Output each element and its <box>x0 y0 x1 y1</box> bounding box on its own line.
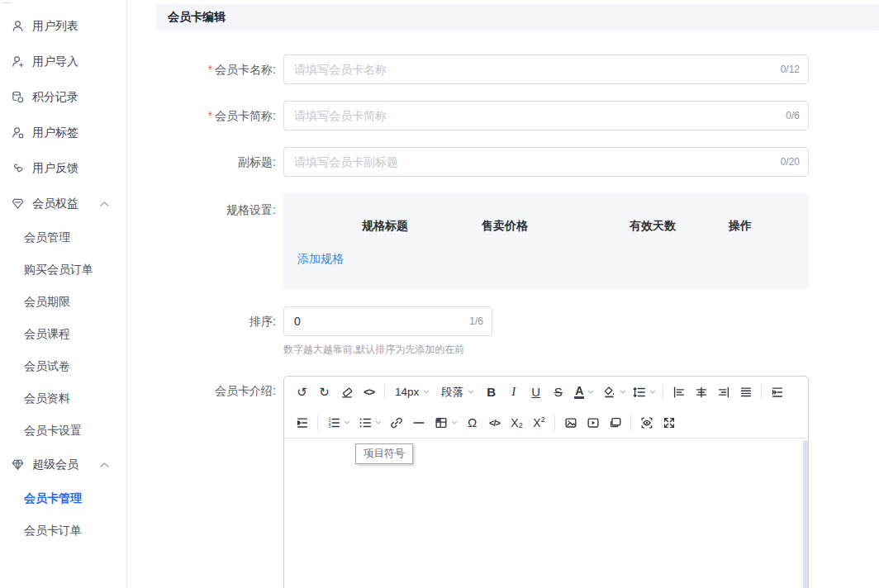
chevron-down-icon <box>344 420 350 424</box>
chevron-down-icon <box>620 390 626 394</box>
insert-image-button[interactable] <box>559 412 582 434</box>
sidebar-item-member-card-order[interactable]: 会员卡订单 <box>0 514 126 547</box>
subtitle-input[interactable] <box>284 148 808 176</box>
card-short-name-field: 0/6 <box>283 101 809 130</box>
editor-scrollbar[interactable] <box>803 440 808 588</box>
align-left-button[interactable] <box>668 382 690 403</box>
link-button[interactable] <box>385 412 407 434</box>
italic-button[interactable]: I <box>502 382 525 403</box>
subscript-button[interactable]: X2 <box>506 412 528 434</box>
member-benefit-icon <box>11 197 25 211</box>
table-button[interactable] <box>430 412 461 434</box>
form-row-sort: 排序: 1/6 数字越大越靠前,默认排序为先添加的在前 <box>128 306 492 357</box>
sidebar-item-member-exam[interactable]: 会员试卷 <box>0 350 126 382</box>
user-import-icon <box>11 55 25 69</box>
sidebar-item-member-course[interactable]: 会员课程 <box>0 318 126 350</box>
background-color-button[interactable] <box>599 382 629 403</box>
code-sample-button[interactable]: </> <box>483 412 506 434</box>
sort-input[interactable] <box>284 307 492 335</box>
redo-button[interactable]: ↻ <box>313 382 335 403</box>
bullet-list-button[interactable] <box>354 412 385 434</box>
bullet-list-tooltip: 项目符号 <box>355 443 413 464</box>
user-icon <box>11 19 25 33</box>
sidebar-item-member-card-manage[interactable]: 会员卡管理 <box>0 482 126 514</box>
text-color-button[interactable]: A <box>569 382 599 403</box>
align-center-icon <box>694 385 709 400</box>
svg-text:3: 3 <box>328 424 330 429</box>
preview-button[interactable] <box>635 412 658 434</box>
chevron-down-icon <box>375 420 382 424</box>
sidebar-item-member-manage[interactable]: 会员管理 <box>0 221 126 254</box>
chevron-down-icon <box>587 390 594 394</box>
duplicate-button[interactable] <box>604 412 626 434</box>
strikethrough-icon: S <box>554 385 563 399</box>
sidebar-item-member-period[interactable]: 会员期限 <box>0 286 126 318</box>
sidebar-item-label: 用户导入 <box>32 55 78 69</box>
char-counter: 1/6 <box>469 307 483 335</box>
background-color-icon <box>602 385 616 399</box>
remove-format-button[interactable] <box>335 382 358 403</box>
add-spec-link[interactable]: 添加规格 <box>297 252 344 267</box>
spec-column-action: 操作 <box>729 219 752 234</box>
chevron-down-icon <box>649 390 656 394</box>
sidebar-item-label: 用户列表 <box>32 19 78 34</box>
align-justify-button[interactable] <box>734 382 757 403</box>
undo-button[interactable]: ↺ <box>291 382 313 403</box>
font-size-select[interactable]: 14px <box>389 382 435 403</box>
sidebar-group-member-benefit[interactable]: 会员权益 <box>0 186 126 221</box>
toolbar-divider <box>554 415 555 430</box>
card-short-name-input[interactable] <box>284 102 808 130</box>
indent-button[interactable] <box>766 382 788 403</box>
horizontal-rule-button[interactable] <box>407 412 430 434</box>
link-icon <box>389 415 404 430</box>
line-height-button[interactable] <box>629 382 658 403</box>
horizontal-rule-icon <box>411 415 426 430</box>
outdent-button[interactable] <box>291 412 313 434</box>
card-name-field: 0/12 <box>283 55 809 84</box>
align-right-button[interactable] <box>712 382 734 403</box>
sidebar-menu: 用户列表 用户导入 积分记录 用户标签 用户反馈 会员权益 会员管理 购买会员订… <box>0 0 126 547</box>
field-label: 排序: <box>128 306 283 357</box>
fullscreen-button[interactable] <box>658 412 680 434</box>
sidebar-item-member-card-setting[interactable]: 会员卡设置 <box>0 415 126 447</box>
field-label: 副标题: <box>128 147 283 177</box>
editor-toolbar-row-2: 123 Ω </> X2 X2 <box>284 407 808 439</box>
sidebar-item-user-import[interactable]: 用户导入 <box>0 44 126 79</box>
align-center-button[interactable] <box>690 382 712 403</box>
bold-button[interactable]: B <box>480 382 502 403</box>
redo-icon: ↻ <box>319 386 330 398</box>
image-icon <box>563 415 578 430</box>
sidebar-item-label: 积分记录 <box>32 90 78 105</box>
underline-button[interactable]: U <box>525 382 547 403</box>
sidebar-item-user-list[interactable]: 用户列表 <box>0 8 126 44</box>
special-char-button[interactable]: Ω <box>461 412 483 434</box>
ordered-list-button[interactable]: 123 <box>322 412 354 434</box>
insert-media-button[interactable] <box>582 412 604 434</box>
superscript-button[interactable]: X2 <box>528 412 550 434</box>
align-left-icon <box>672 385 687 400</box>
editor-content-area[interactable]: 项目符号 <box>284 439 808 588</box>
bold-icon: B <box>487 385 496 399</box>
sidebar-item-member-material[interactable]: 会员资料 <box>0 382 126 415</box>
sidebar-item-points-record[interactable]: 积分记录 <box>0 79 126 115</box>
chevron-down-icon <box>468 390 474 394</box>
ordered-list-icon: 123 <box>326 415 341 430</box>
main-content: 会员卡编辑 *会员卡名称: 0/12 *会员卡简称: 0/6 副标题: 0/20… <box>128 0 879 588</box>
chevron-up-icon <box>100 202 109 206</box>
duplicate-icon <box>608 415 623 430</box>
card-name-input[interactable] <box>284 55 808 83</box>
code-sample-icon: </> <box>489 418 500 428</box>
toolbar-divider <box>663 384 663 400</box>
sidebar-group-super-member[interactable]: 超级会员 <box>0 447 126 482</box>
block-format-select[interactable]: 段落 <box>435 382 480 403</box>
spec-column-days: 有效天数 <box>630 219 676 234</box>
source-code-button[interactable]: <> <box>358 382 380 403</box>
sort-field-group: 1/6 数字越大越靠前,默认排序为先添加的在前 <box>283 306 492 357</box>
underline-icon: U <box>531 385 540 399</box>
sidebar-item-buy-member-order[interactable]: 购买会员订单 <box>0 254 126 286</box>
field-label: *会员卡名称: <box>128 55 283 84</box>
sidebar-item-user-tag[interactable]: 用户标签 <box>0 115 126 150</box>
sidebar-item-user-feedback[interactable]: 用户反馈 <box>0 150 126 186</box>
strikethrough-button[interactable]: S <box>547 382 569 403</box>
editor-toolbar-row-1: ↺ ↻ <> 14px 段落 B I U S A <box>284 377 808 407</box>
